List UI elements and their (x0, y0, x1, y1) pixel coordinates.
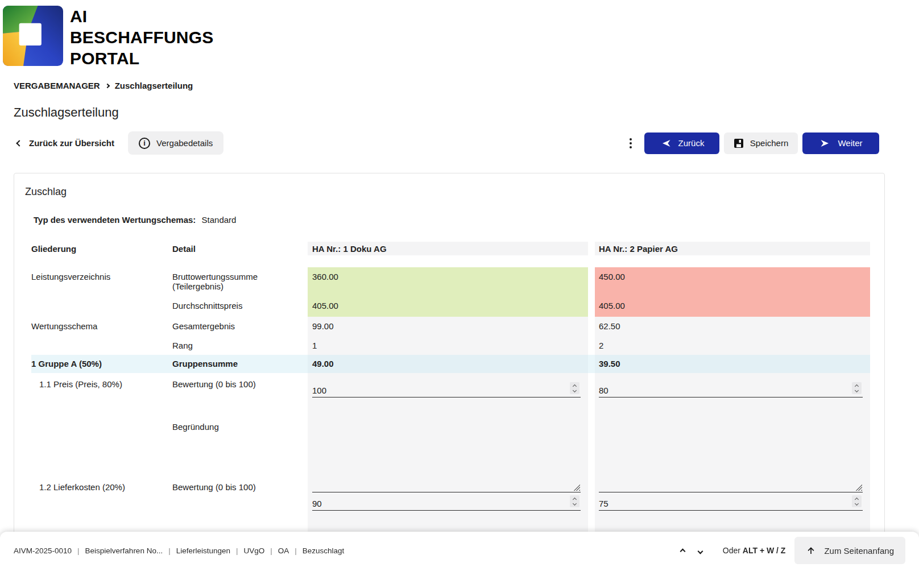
bidder2-lieferkosten-bewertung-input[interactable] (599, 499, 863, 508)
table-row-durchschnittspreis: Durchschnittspreis 405.00 405.00 (31, 297, 884, 317)
bidder2-preis-begruendung-textarea[interactable] (599, 434, 863, 492)
number-spinner[interactable] (852, 382, 862, 394)
schema-value: Standard (202, 215, 237, 225)
group-detail: Gruppensumme (172, 355, 308, 373)
header-bidder-2: HA Nr.: 2 Papier AG (595, 242, 870, 255)
speichern-label: Speichern (750, 138, 789, 148)
bidder2-preis-bewertung-input[interactable] (599, 386, 863, 395)
header-gliederung: Gliederung (31, 242, 172, 255)
weiter-label: Weiter (838, 138, 862, 148)
zurueck-button[interactable]: Zurück (644, 132, 719, 154)
criterion-label: 1.1 Preis (Preis, 80%) (31, 373, 172, 492)
row-label: Wertungsschema (31, 317, 172, 336)
procedure-name: Beispielverfahren No... (85, 546, 163, 555)
bottom-bar: AIVM-2025-0010 | Beispielverfahren No...… (0, 532, 919, 588)
to-top-button[interactable]: Zum Seitenanfang (794, 537, 905, 564)
header-detail: Detail (172, 242, 308, 255)
number-spinner[interactable] (852, 495, 862, 507)
bidder1-value: 99.00 (308, 317, 588, 336)
begruendung-textarea-wrap (599, 434, 863, 492)
app-header: AI BESCHAFFUNGS PORTAL VERGABEMANAGER Zu… (0, 0, 919, 90)
breadcrumb-root[interactable]: VERGABEMANAGER (14, 81, 100, 90)
brand-line-3: PORTAL (70, 48, 213, 69)
bidder1-lieferkosten-bewertung-input[interactable] (312, 499, 581, 508)
begruendung-label: Begründung (172, 422, 308, 432)
table-row-rang: Rang 1 2 (31, 336, 884, 355)
brand-line-2: BESCHAFFUNGS (70, 27, 213, 48)
save-icon (734, 138, 744, 148)
procedure-law: UVgO (244, 546, 265, 555)
bewertung-input-wrap (312, 493, 581, 511)
info-icon: i (139, 138, 150, 149)
bidder1-value-positive: 405.00 (308, 297, 588, 317)
back-to-overview-label: Zurück zur Übersicht (29, 138, 114, 148)
procedure-status: Bezuschlagt (303, 546, 345, 555)
weiter-button[interactable]: Weiter (802, 132, 879, 154)
table-row-gruppensumme: 1 Gruppe A (50%) Gruppensumme 49.00 39.5… (31, 355, 884, 373)
row-label: Leistungsverzeichnis (31, 267, 172, 297)
bidder2-value: 2 (595, 336, 870, 355)
number-spinner[interactable] (570, 495, 579, 507)
evaluation-table: Gliederung Detail HA Nr.: 1 Doku AG HA N… (31, 242, 884, 561)
brand-wordmark: AI BESCHAFFUNGS PORTAL (70, 6, 213, 69)
bewertung-input-wrap (599, 493, 863, 511)
toolbar: Zurück zur Übersicht i Vergabedetails Zu… (14, 131, 879, 155)
more-options-kebab-icon[interactable] (625, 135, 636, 152)
scroll-up-icon[interactable] (674, 542, 692, 560)
bidder1-preis-begruendung-textarea[interactable] (312, 434, 581, 492)
arrow-up-icon (806, 545, 816, 556)
bidder2-group-sum: 39.50 (595, 355, 870, 373)
bidder1-group-sum: 49.00 (308, 355, 588, 373)
procedure-meta: AIVM-2025-0010 | Beispielverfahren No...… (14, 546, 344, 555)
vergabedetails-button[interactable]: i Vergabedetails (128, 131, 223, 155)
schema-label: Typ des verwendeten Wertungschemas: (34, 215, 196, 225)
bidder1-value-positive: 360.00 (308, 267, 588, 297)
bidder1-value: 1 (308, 336, 588, 355)
back-to-overview-link[interactable]: Zurück zur Übersicht (17, 138, 114, 148)
bewertung-input-wrap (312, 380, 581, 397)
table-row-bruttowertungssumme: Leistungsverzeichnis Bruttowertungssumme… (31, 267, 884, 297)
bidder2-value-negative: 405.00 (595, 297, 870, 317)
procedure-id: AIVM-2025-0010 (14, 546, 72, 555)
chevron-left-icon (16, 140, 22, 146)
zuschlag-card: Zuschlag Typ des verwendeten Wertungsche… (14, 173, 885, 571)
speichern-button[interactable]: Speichern (724, 132, 798, 154)
bidder1-preis-bewertung-input[interactable] (312, 386, 581, 395)
bewertung-input-wrap (599, 380, 863, 397)
procedure-mode: OA (278, 546, 289, 555)
table-row-criterion-preis: 1.1 Preis (Preis, 80%) Bewertung (0 bis … (31, 373, 884, 476)
criterion-details: Bewertung (0 bis 100) Begründung (172, 373, 308, 492)
bidder2-value: 62.50 (595, 317, 870, 336)
breadcrumb-chevron-icon (105, 83, 109, 88)
portal-logo-icon (3, 5, 63, 67)
arrow-right-icon (819, 138, 831, 148)
bidder2-value-negative: 450.00 (595, 267, 870, 297)
table-header-row: Gliederung Detail HA Nr.: 1 Doku AG HA N… (31, 242, 884, 255)
row-detail: Rang (172, 336, 308, 355)
header-bidder-1: HA Nr.: 1 Doku AG (308, 242, 588, 255)
number-spinner[interactable] (570, 382, 579, 394)
page-title: Zuschlagserteilung (14, 105, 919, 120)
vergabedetails-label: Vergabedetails (156, 138, 213, 148)
group-label: 1 Gruppe A (50%) (31, 355, 172, 373)
table-row-gesamtergebnis: Wertungsschema Gesamtergebnis 99.00 62.5… (31, 317, 884, 336)
schema-line: Typ des verwendeten Wertungschemas: Stan… (34, 215, 884, 225)
row-detail: Bruttowertungssumme (Teilergebnis) (172, 267, 308, 297)
arrow-left-icon (660, 138, 672, 148)
card-title: Zuschlag (25, 186, 884, 198)
zurueck-label: Zurück (678, 138, 705, 148)
shortcut-keys: ALT + W / Z (743, 546, 786, 555)
breadcrumb: VERGABEMANAGER Zuschlagserteilung (14, 81, 919, 90)
brand-line-1: AI (70, 6, 213, 27)
scroll-down-icon[interactable] (692, 542, 709, 560)
row-detail: Durchschnittspreis (172, 297, 308, 317)
to-top-label: Zum Seitenanfang (824, 546, 894, 556)
shortcut-hint: Oder ALT + W / Z (723, 546, 786, 555)
row-detail: Gesamtergebnis (172, 317, 308, 336)
bewertung-label: Bewertung (0 bis 100) (172, 379, 308, 389)
begruendung-textarea-wrap (312, 434, 581, 492)
breadcrumb-current: Zuschlagserteilung (115, 81, 193, 90)
procedure-type: Lieferleistungen (176, 546, 230, 555)
